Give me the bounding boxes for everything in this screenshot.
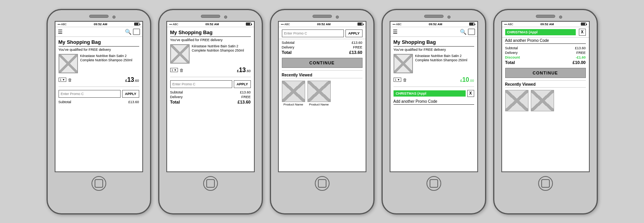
- rv-image-5-2: [531, 90, 554, 111]
- camera-5: [559, 16, 562, 19]
- subtotal-label-5: Subtotal: [505, 46, 518, 50]
- product-info-1: Kérastase Nutritive Bain Satin 2 Complet…: [80, 54, 139, 73]
- screen-content-4: My Shopping Bag You've qualified for FRE…: [390, 37, 477, 163]
- battery-icon-1: [134, 22, 140, 26]
- qty-select-4[interactable]: 1 ▼: [394, 78, 402, 82]
- recently-viewed-section-5: Recently Viewed: [505, 80, 586, 111]
- trash-icon-1[interactable]: 🗑: [68, 78, 72, 82]
- home-btn-1[interactable]: [92, 176, 106, 191]
- subtotal-label-3: Subtotal: [282, 41, 295, 45]
- summary-subtotal-2: Subtotal £13.60: [170, 90, 251, 94]
- promo-remove-btn-4[interactable]: X: [467, 90, 474, 97]
- summary-delivery-5: Delivery FREE: [505, 51, 586, 55]
- summary-total-2: Total £13.60: [170, 100, 251, 104]
- battery-icon-5: [581, 22, 586, 26]
- battery-2: [246, 22, 251, 26]
- promo-input-3[interactable]: [282, 29, 344, 37]
- subtotal-value-5: £13.60: [575, 46, 586, 50]
- battery-icon-2: [246, 22, 251, 26]
- signal-4: ▪▪▪ ABC: [393, 23, 402, 26]
- battery-3: [357, 22, 363, 26]
- summary-subtotal-1: Subtotal £13.60: [59, 100, 139, 104]
- recently-viewed-title-3: Recently Viewed: [282, 73, 363, 78]
- promo-apply-btn-1[interactable]: APPLY: [122, 90, 139, 98]
- cart-icon-4[interactable]: [468, 29, 475, 35]
- hamburger-icon-4[interactable]: ☰: [393, 29, 398, 35]
- delivery-label-5: Delivery: [505, 51, 518, 55]
- price-whole-4: 10: [462, 76, 469, 83]
- camera-2: [224, 16, 227, 19]
- promo-apply-btn-2[interactable]: APPLY: [234, 80, 250, 88]
- signal-1: ▪▪▪ ABC: [58, 23, 67, 26]
- price-whole-1: 13: [127, 76, 134, 83]
- delivery-label-3: Delivery: [282, 45, 295, 49]
- hamburger-icon-1[interactable]: ☰: [58, 29, 63, 35]
- continue-btn-5[interactable]: CONTINUE: [505, 68, 586, 78]
- home-btn-4[interactable]: [426, 176, 441, 191]
- search-icon-1[interactable]: 🔍: [125, 29, 131, 35]
- rv-label-2: Product Name: [309, 103, 329, 106]
- battery-1: [134, 22, 140, 26]
- qty-row-2: 1 ▼ 🗑 £13.60: [170, 67, 251, 77]
- promo-apply-btn-3[interactable]: APPLY: [345, 29, 362, 37]
- camera-4: [447, 16, 451, 19]
- promo-remove-btn-5[interactable]: X: [579, 29, 586, 36]
- home-btn-3[interactable]: [315, 176, 330, 191]
- battery-icon-4: [469, 22, 475, 26]
- free-delivery-4: You've qualified for FREE delivery: [394, 48, 474, 52]
- rv-image-5-1: [505, 90, 528, 111]
- summary-delivery-2: Delivery FREE: [170, 95, 251, 99]
- total-label-2: Total: [170, 100, 180, 104]
- recently-viewed-title-5: Recently Viewed: [505, 82, 586, 88]
- screen-1: ▪▪▪ ABC 09:52 AM ☰ 🔍 My Shopping Bag You…: [55, 21, 143, 172]
- trash-icon-2[interactable]: 🗑: [180, 68, 184, 73]
- continue-btn-3[interactable]: CONTINUE: [282, 58, 363, 68]
- subtotal-label-2: Subtotal: [170, 90, 183, 94]
- total-label-5: Total: [505, 60, 515, 65]
- summary-discount-5: Discount -£1.60: [505, 55, 586, 59]
- qty-arrow-2: ▼: [174, 69, 176, 71]
- product-row-4: Kérastase Nutritive Bain Satin 2 Complet…: [394, 54, 474, 73]
- speaker-2: [201, 15, 220, 18]
- recently-viewed-items-3: Product Name Product Name: [282, 81, 363, 106]
- qty-arrow-4: ▼: [397, 78, 400, 81]
- screen-content-3: Subtotal £13.60 Delivery FREE Total £13.…: [279, 39, 366, 168]
- rv-item-1: Product Name: [282, 81, 305, 106]
- subtotal-label-1: Subtotal: [59, 100, 71, 104]
- trash-icon-4[interactable]: 🗑: [403, 78, 407, 82]
- screen-5: ▪▪▪ ABC 09:52 AM CHRISTMAS (Appl X Add a…: [501, 21, 590, 172]
- nav-bar-1: ☰ 🔍: [55, 27, 142, 37]
- rv-label-1: Product Name: [283, 103, 303, 106]
- qty-select-1[interactable]: 1 ▼: [59, 78, 67, 82]
- search-icon-4[interactable]: 🔍: [460, 29, 466, 35]
- speaker-5: [536, 15, 555, 18]
- promo-input-2[interactable]: [170, 80, 233, 88]
- promo-input-1[interactable]: [59, 90, 121, 98]
- summary-total-3: Total £13.60: [282, 50, 363, 55]
- signal-5: ▪▪▪ ABC: [504, 23, 513, 26]
- product-image-4: [394, 54, 413, 73]
- screen-content-5: Add another Promo Code Subtotal £13.60 D…: [502, 38, 589, 168]
- screen-content-2: My Shopping Bag You've qualified for FRE…: [167, 27, 254, 168]
- summary-subtotal-5: Subtotal £13.60: [505, 46, 586, 50]
- home-btn-5[interactable]: [538, 176, 553, 191]
- promo-badge-4: CHRISTMAS (Appl: [394, 90, 466, 97]
- phone-3: ▪▪▪ ABC 09:52 AM APPLY Subtotal £13.60 D…: [270, 9, 375, 214]
- qty-select-2[interactable]: 1 ▼: [170, 68, 178, 72]
- cart-icon-1[interactable]: [133, 29, 140, 35]
- screen-content-1: My Shopping Bag You've qualified for FRE…: [55, 37, 142, 163]
- time-5: 09:52 AM: [540, 22, 554, 26]
- product-row-1: Kérastase Nutritive Bain Satin 2 Complet…: [59, 54, 139, 73]
- add-promo-link-4[interactable]: Add another Promo Code: [394, 99, 474, 105]
- home-btn-2[interactable]: [203, 176, 218, 191]
- recently-viewed-items-5: [505, 90, 586, 111]
- recently-viewed-section-3: Recently Viewed Product Name Product Nam…: [282, 70, 363, 106]
- free-delivery-1: You've qualified for FREE delivery: [59, 48, 139, 52]
- battery-icon-3: [357, 22, 363, 26]
- add-promo-link-5[interactable]: Add another Promo Code: [505, 38, 586, 44]
- time-1: 09:52 AM: [94, 22, 107, 26]
- qty-value-1: 1: [60, 78, 62, 81]
- time-4: 09:52 AM: [429, 22, 442, 26]
- summary-total-5: Total £10.00: [505, 60, 586, 65]
- speaker-1: [89, 15, 109, 18]
